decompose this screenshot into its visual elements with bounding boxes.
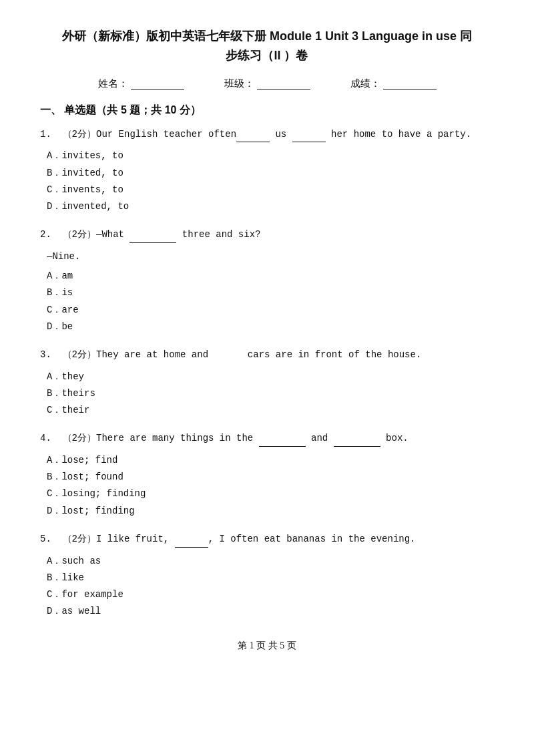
option-5-a: A．such as bbox=[40, 553, 494, 570]
option-2-c: C．are bbox=[40, 302, 494, 319]
score-field: 成绩： bbox=[350, 77, 437, 90]
option-1-d: D．invented, to bbox=[40, 198, 494, 215]
option-3-a: A．they bbox=[40, 369, 494, 385]
option-1-a: A．invites, to bbox=[40, 148, 494, 164]
score-blank[interactable] bbox=[383, 77, 437, 89]
name-blank[interactable] bbox=[131, 77, 184, 89]
question-2-answer: —Nine. bbox=[40, 248, 494, 265]
option-4-a: A．lose; find bbox=[40, 452, 494, 469]
option-3-c: C．their bbox=[40, 402, 494, 419]
option-2-d: D．be bbox=[40, 319, 494, 335]
title-line1: 外研（新标准）版初中英语七年级下册 Module 1 Unit 3 Langua… bbox=[40, 27, 494, 46]
question-4-stem: 4. （2分）There are many things in the and … bbox=[40, 431, 494, 447]
class-blank[interactable] bbox=[257, 77, 310, 89]
option-2-a: A．am bbox=[40, 268, 494, 285]
page-footer: 第 1 页 共 5 页 bbox=[40, 640, 494, 652]
page-title: 外研（新标准）版初中英语七年级下册 Module 1 Unit 3 Langua… bbox=[40, 27, 494, 65]
question-2: 2. （2分）—What three and six? —Nine. A．am … bbox=[40, 227, 494, 335]
option-4-d: D．lost; finding bbox=[40, 503, 494, 520]
option-1-b: B．invited, to bbox=[40, 165, 494, 182]
info-row: 姓名： 班级： 成绩： bbox=[40, 77, 494, 90]
question-3: 3. （2分）They are at home and cars are in … bbox=[40, 347, 494, 419]
question-1-stem: 1. （2分）Our English teacher often us her … bbox=[40, 127, 494, 143]
question-3-stem: 3. （2分）They are at home and cars are in … bbox=[40, 347, 494, 363]
option-1-c: C．invents, to bbox=[40, 182, 494, 198]
option-5-d: D．as well bbox=[40, 603, 494, 620]
question-4: 4. （2分）There are many things in the and … bbox=[40, 431, 494, 520]
question-1: 1. （2分）Our English teacher often us her … bbox=[40, 127, 494, 216]
option-2-b: B．is bbox=[40, 285, 494, 301]
title-line2: 步练习（II ）卷 bbox=[40, 46, 494, 65]
question-5-stem: 5. （2分）I like fruit, , I often eat banan… bbox=[40, 532, 494, 548]
section1-title: 一、 单选题（共 5 题；共 10 分） bbox=[40, 104, 494, 118]
question-5: 5. （2分）I like fruit, , I often eat banan… bbox=[40, 532, 494, 620]
question-2-stem: 2. （2分）—What three and six? bbox=[40, 227, 494, 243]
name-field: 姓名： bbox=[98, 77, 184, 90]
option-4-c: C．losing; finding bbox=[40, 486, 494, 502]
option-5-c: C．for example bbox=[40, 586, 494, 603]
option-4-b: B．lost; found bbox=[40, 469, 494, 486]
option-5-b: B．like bbox=[40, 570, 494, 586]
class-field: 班级： bbox=[224, 77, 310, 90]
option-3-b: B．theirs bbox=[40, 385, 494, 402]
